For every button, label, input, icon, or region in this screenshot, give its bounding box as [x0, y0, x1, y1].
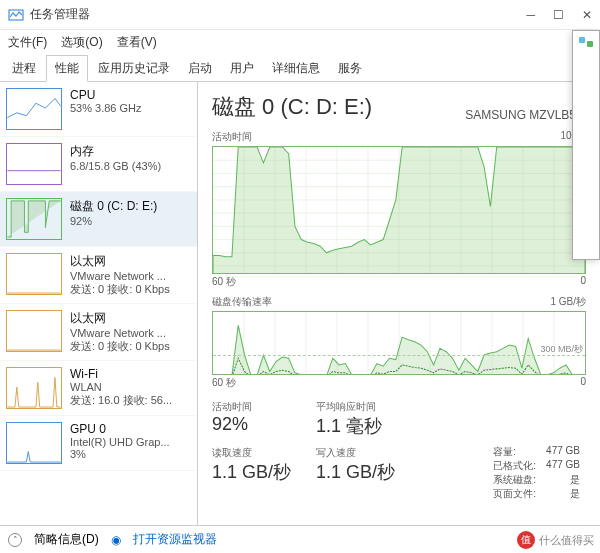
side-sub2: 发送: 16.0 接收: 56...	[70, 393, 191, 408]
sidebar-item-cpu[interactable]: CPU53% 3.86 GHz	[0, 82, 197, 137]
minimize-button[interactable]: ─	[526, 8, 535, 22]
stat-write-value: 1.1 GB/秒	[316, 460, 396, 484]
titlebar: 任务管理器 ─ ☐ ✕	[0, 0, 600, 30]
side-sub: WLAN	[70, 381, 191, 393]
info-sysdisk-value: 是	[570, 473, 580, 487]
graph2-max: 1 GB/秒	[550, 295, 586, 309]
side-title: 以太网	[70, 310, 191, 327]
graph2-xmin: 60 秒	[212, 376, 236, 390]
graph2-xmax: 0	[580, 376, 586, 390]
app-icon	[8, 7, 24, 23]
sidebar-item-disk0[interactable]: 磁盘 0 (C: D: E:)92%	[0, 192, 197, 247]
panel-title: 磁盘 0 (C: D: E:)	[212, 92, 372, 122]
activity-graph	[212, 146, 586, 274]
overlay-icon	[579, 37, 593, 47]
overlay-window[interactable]	[572, 30, 600, 260]
tabbar: 进程性能应用历史记录启动用户详细信息服务	[0, 54, 600, 82]
side-sub2: 3%	[70, 448, 191, 460]
thumb-eth1	[6, 310, 62, 352]
stat-read-value: 1.1 GB/秒	[212, 460, 292, 484]
thumb-eth0	[6, 253, 62, 295]
sidebar-item-gpu0[interactable]: GPU 0Intel(R) UHD Grap...3%	[0, 416, 197, 471]
stat-active-value: 92%	[212, 414, 292, 435]
graph2-label: 磁盘传输速率	[212, 295, 272, 309]
footer: ˄ 简略信息(D) ◉ 打开资源监视器	[0, 525, 600, 553]
tab-2[interactable]: 应用历史记录	[90, 56, 178, 81]
info-pagefile-value: 是	[570, 487, 580, 501]
sidebar-item-memory[interactable]: 内存6.8/15.8 GB (43%)	[0, 137, 197, 192]
tab-1[interactable]: 性能	[46, 55, 88, 82]
open-resmon-link[interactable]: 打开资源监视器	[133, 531, 217, 548]
disk-model: SAMSUNG MZVLB5...	[465, 108, 586, 122]
side-title: 以太网	[70, 253, 191, 270]
side-sub: VMware Network ...	[70, 327, 191, 339]
sidebar-item-eth1[interactable]: 以太网VMware Network ...发送: 0 接收: 0 Kbps	[0, 304, 197, 361]
side-sub2: 发送: 0 接收: 0 Kbps	[70, 339, 191, 354]
menu-options[interactable]: 选项(O)	[61, 34, 102, 51]
side-sub: 53% 3.86 GHz	[70, 102, 191, 114]
side-title: GPU 0	[70, 422, 191, 436]
info-formatted-label: 已格式化:	[493, 459, 536, 473]
tab-0[interactable]: 进程	[4, 56, 44, 81]
menubar: 文件(F) 选项(O) 查看(V)	[0, 30, 600, 54]
side-sub: Intel(R) UHD Grap...	[70, 436, 191, 448]
graph1-label: 活动时间	[212, 130, 252, 144]
info-capacity-value: 477 GB	[546, 445, 580, 459]
watermark-icon: 值	[517, 531, 535, 549]
watermark-text: 什么值得买	[539, 533, 594, 548]
info-formatted-value: 477 GB	[546, 459, 580, 473]
menu-file[interactable]: 文件(F)	[8, 34, 47, 51]
sidebar[interactable]: CPU53% 3.86 GHz内存6.8/15.8 GB (43%)磁盘 0 (…	[0, 82, 198, 525]
info-sysdisk-label: 系统磁盘:	[493, 473, 536, 487]
graph2-dashed-label: 300 MB/秒	[540, 343, 583, 356]
stat-read-label: 读取速度	[212, 446, 292, 460]
resmon-icon: ◉	[111, 533, 121, 547]
stat-resp-label: 平均响应时间	[316, 400, 396, 414]
side-sub: 6.8/15.8 GB (43%)	[70, 160, 191, 172]
side-title: 磁盘 0 (C: D: E:)	[70, 198, 191, 215]
side-sub: VMware Network ...	[70, 270, 191, 282]
fewer-details-link[interactable]: 简略信息(D)	[34, 531, 99, 548]
graph1-xmin: 60 秒	[212, 275, 236, 289]
maximize-button[interactable]: ☐	[553, 8, 564, 22]
tab-6[interactable]: 服务	[330, 56, 370, 81]
transfer-graph: 300 MB/秒	[212, 311, 586, 375]
tab-4[interactable]: 用户	[222, 56, 262, 81]
side-title: 内存	[70, 143, 191, 160]
tab-3[interactable]: 启动	[180, 56, 220, 81]
graph1-xmax: 0	[580, 275, 586, 289]
side-title: CPU	[70, 88, 191, 102]
thumb-cpu	[6, 88, 62, 130]
stat-resp-value: 1.1 毫秒	[316, 414, 396, 438]
info-capacity-label: 容量:	[493, 445, 516, 459]
tab-5[interactable]: 详细信息	[264, 56, 328, 81]
thumb-disk0	[6, 198, 62, 240]
thumb-gpu0	[6, 422, 62, 464]
side-title: Wi-Fi	[70, 367, 191, 381]
sidebar-item-eth0[interactable]: 以太网VMware Network ...发送: 0 接收: 0 Kbps	[0, 247, 197, 304]
window-title: 任务管理器	[30, 6, 526, 23]
thumb-memory	[6, 143, 62, 185]
side-sub2: 发送: 0 接收: 0 Kbps	[70, 282, 191, 297]
info-pagefile-label: 页面文件:	[493, 487, 536, 501]
side-sub: 92%	[70, 215, 191, 227]
sidebar-item-wifi[interactable]: Wi-FiWLAN发送: 16.0 接收: 56...	[0, 361, 197, 416]
stat-write-label: 写入速度	[316, 446, 396, 460]
menu-view[interactable]: 查看(V)	[117, 34, 157, 51]
watermark: 值 什么值得买	[517, 531, 594, 549]
disk-info-table: 容量:477 GB 已格式化:477 GB 系统磁盘:是 页面文件:是	[493, 445, 580, 501]
thumb-wifi	[6, 367, 62, 409]
stat-active-label: 活动时间	[212, 400, 292, 414]
close-button[interactable]: ✕	[582, 8, 592, 22]
collapse-icon[interactable]: ˄	[8, 533, 22, 547]
main-panel: 磁盘 0 (C: D: E:) SAMSUNG MZVLB5... 活动时间10…	[198, 82, 600, 525]
